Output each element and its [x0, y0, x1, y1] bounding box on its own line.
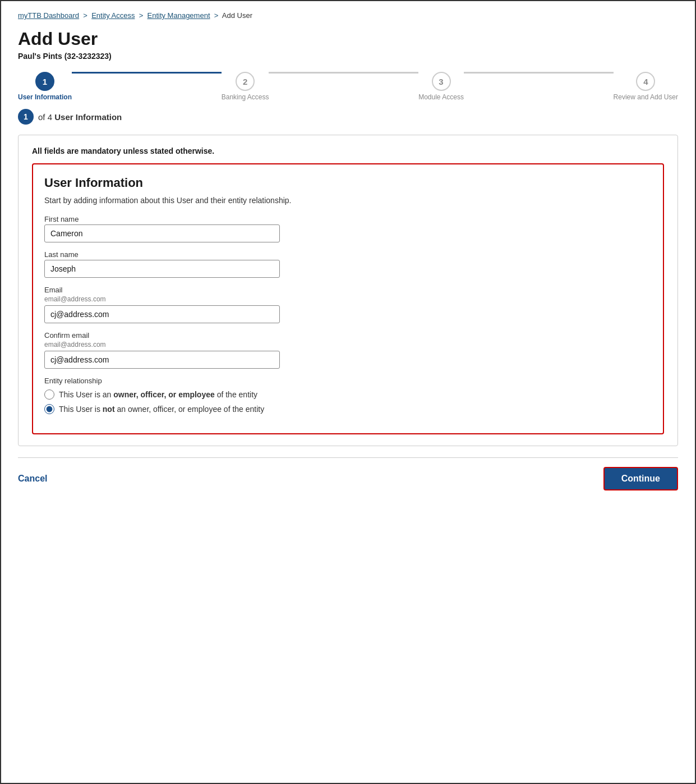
step-3: 3 Module Access: [418, 72, 464, 101]
connector-line-1: [72, 72, 222, 74]
breadcrumb-entity-management[interactable]: Entity Management: [148, 11, 210, 20]
step-2: 2 Banking Access: [222, 72, 269, 101]
radio-item-owner[interactable]: This User is an owner, officer, or emplo…: [44, 389, 652, 400]
radio-not-owner[interactable]: [44, 404, 54, 414]
step-circle-4: 4: [636, 72, 655, 91]
connector-line-2: [269, 72, 418, 74]
step-4: 4 Review and Add User: [614, 72, 678, 101]
step-label-3: Module Access: [418, 93, 464, 101]
page-title: Add User: [18, 29, 678, 49]
connector-3: [464, 72, 614, 86]
breadcrumb-current: Add User: [222, 11, 252, 20]
email-group: Email email@address.com: [44, 286, 652, 323]
step-label-4: Review and Add User: [614, 93, 678, 101]
step-badge: 1: [18, 109, 34, 125]
confirm-email-hint: email@address.com: [44, 341, 652, 349]
step-circle-2: 2: [236, 72, 255, 91]
entity-relationship-group: Entity relationship This User is an owne…: [44, 377, 652, 414]
breadcrumb-entity-access[interactable]: Entity Access: [91, 11, 135, 20]
confirm-email-label: Confirm email: [44, 331, 652, 340]
cancel-button[interactable]: Cancel: [18, 474, 47, 484]
radio-owner[interactable]: [44, 389, 54, 400]
step-1: 1 User Information: [18, 72, 72, 101]
email-hint: email@address.com: [44, 295, 652, 303]
connector-2: [269, 72, 418, 86]
confirm-email-group: Confirm email email@address.com: [44, 331, 652, 369]
user-info-section: User Information Start by adding informa…: [32, 163, 664, 434]
radio-not-owner-label: This User is not an owner, officer, or e…: [59, 405, 264, 414]
step-count-text: of 4 User Information: [38, 112, 122, 122]
radio-item-not-owner[interactable]: This User is not an owner, officer, or e…: [44, 404, 652, 414]
step-label-1: User Information: [18, 93, 72, 101]
first-name-input[interactable]: [44, 224, 280, 242]
mandatory-note: All fields are mandatory unless stated o…: [32, 146, 664, 155]
entity-rel-label: Entity relationship: [44, 377, 652, 385]
step-circle-3: 3: [432, 72, 451, 91]
action-row: Cancel Continue: [18, 457, 678, 490]
step-label-2: Banking Access: [222, 93, 269, 101]
stepper: 1 User Information 2 Banking Access 3 Mo…: [18, 72, 678, 101]
radio-owner-label: This User is an owner, officer, or emplo…: [59, 390, 257, 399]
confirm-email-input[interactable]: [44, 351, 280, 369]
section-desc: Start by adding information about this U…: [44, 196, 652, 205]
connector-1: [72, 72, 222, 86]
radio-group: This User is an owner, officer, or emplo…: [44, 389, 652, 414]
breadcrumb: myTTB Dashboard > Entity Access > Entity…: [18, 11, 678, 20]
step-circle-1: 1: [35, 72, 54, 91]
last-name-input[interactable]: [44, 260, 280, 278]
breadcrumb-mytb[interactable]: myTTB Dashboard: [18, 11, 79, 20]
last-name-group: Last name: [44, 250, 652, 278]
email-input[interactable]: [44, 305, 280, 323]
email-label: Email: [44, 286, 652, 294]
last-name-label: Last name: [44, 250, 652, 259]
continue-button[interactable]: Continue: [603, 467, 678, 490]
form-card: All fields are mandatory unless stated o…: [18, 135, 678, 446]
entity-label: Paul's Pints (32-3232323): [18, 52, 678, 61]
section-title: User Information: [44, 176, 652, 190]
step-count-row: 1 of 4 User Information: [18, 109, 678, 125]
page-wrapper: myTTB Dashboard > Entity Access > Entity…: [0, 0, 696, 784]
first-name-group: First name: [44, 215, 652, 242]
first-name-label: First name: [44, 215, 652, 223]
connector-line-3: [464, 72, 614, 74]
